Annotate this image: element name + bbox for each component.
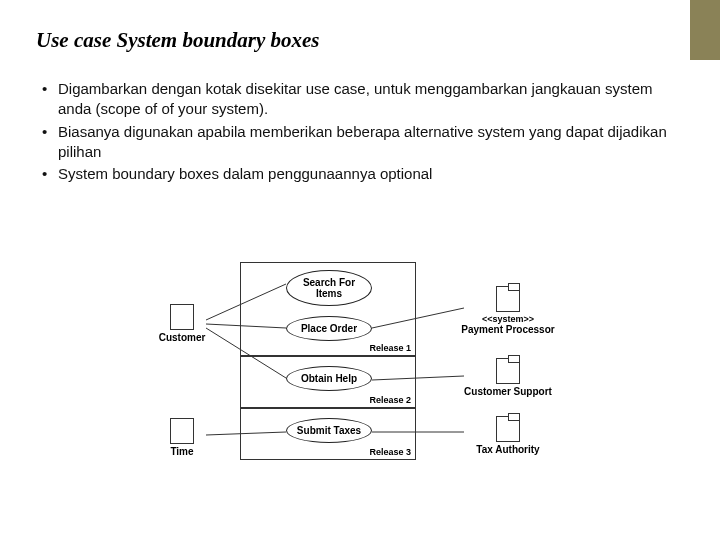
actor-customer: Customer [152,304,212,343]
actor-stereotype: <<system>> [458,314,558,324]
actor-label: Payment Processor [458,324,558,335]
actor-label: Time [152,446,212,457]
actor-label: Tax Authority [458,444,558,455]
stick-icon [496,358,520,384]
bullet-list: Digambarkan dengan kotak disekitar use c… [36,79,684,184]
bullet-item: System boundary boxes dalam penggunaanny… [42,164,684,184]
usecase-search: Search For Items [286,270,372,306]
accent-stripe [690,0,720,60]
slide: Use case System boundary boxes Digambark… [0,0,720,184]
stick-icon [496,416,520,442]
usecase-obtain-help: Obtain Help [286,366,372,391]
bullet-item: Biasanya digunakan apabila memberikan be… [42,122,684,163]
actor-time: Time [152,418,212,457]
boundary-label: Release 3 [369,447,411,457]
usecase-place-order: Place Order [286,316,372,341]
actor-customer-support: Customer Support [458,358,558,397]
stick-icon [170,304,194,330]
boundary-label: Release 1 [369,343,411,353]
boundary-label: Release 2 [369,395,411,405]
use-case-diagram: Release 1 Release 2 Release 3 Search For… [158,260,578,520]
actor-payment-processor: <<system>> Payment Processor [458,286,558,335]
actor-label: Customer [152,332,212,343]
slide-title: Use case System boundary boxes [36,28,684,53]
stick-icon [170,418,194,444]
bullet-item: Digambarkan dengan kotak disekitar use c… [42,79,684,120]
actor-label: Customer Support [458,386,558,397]
actor-tax-authority: Tax Authority [458,416,558,455]
usecase-submit-taxes: Submit Taxes [286,418,372,443]
stick-icon [496,286,520,312]
